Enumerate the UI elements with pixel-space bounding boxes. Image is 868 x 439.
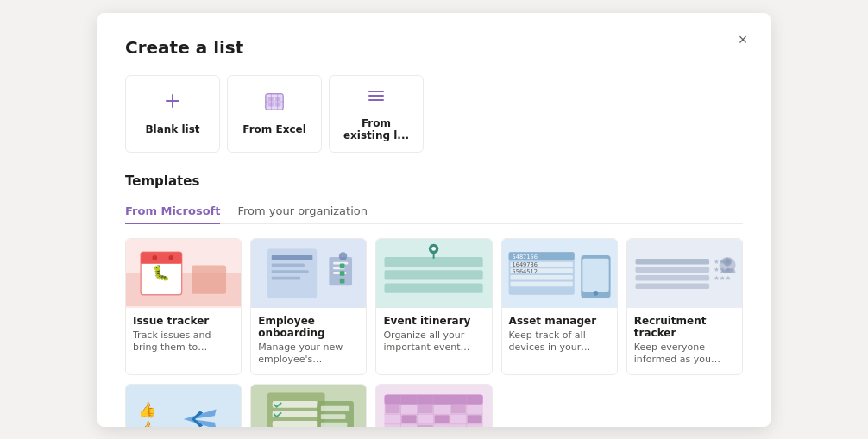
template-name-event-itinerary: Event itinerary <box>383 315 484 327</box>
template-desc-event-itinerary: Organize all your important event detail… <box>383 329 484 354</box>
svg-rect-88 <box>402 415 417 423</box>
lines-icon <box>366 85 387 110</box>
svg-rect-86 <box>418 405 433 414</box>
svg-rect-16 <box>192 265 226 293</box>
svg-rect-34 <box>385 283 483 292</box>
svg-text:5564512: 5564512 <box>512 268 538 275</box>
svg-rect-30 <box>340 278 345 283</box>
thumb-content-scheduler: ✱ <box>376 385 491 426</box>
svg-rect-71 <box>321 414 346 419</box>
svg-text:5487156: 5487156 <box>512 253 538 260</box>
svg-point-36 <box>432 247 437 251</box>
svg-text:👍: 👍 <box>138 420 157 426</box>
template-desc-employee-onboarding: Manage your new employee's onboarding pr… <box>258 342 359 367</box>
svg-rect-33 <box>385 270 483 279</box>
svg-point-59 <box>723 257 732 266</box>
svg-rect-85 <box>386 405 400 414</box>
svg-rect-28 <box>340 263 345 268</box>
template-grid-row2: 👍 👍 Travel requests Manage all your trav… <box>125 384 743 426</box>
template-grid-row1: 🐛 Issue tracker Track issues and bring t… <box>125 238 743 376</box>
template-card-travel-requests[interactable]: 👍 👍 Travel requests Manage all your trav… <box>125 384 242 426</box>
thumb-employee-onboarding <box>251 239 366 308</box>
svg-point-49 <box>593 290 598 295</box>
blank-list-option[interactable]: Blank list <box>125 75 220 153</box>
excel-icon <box>264 91 285 116</box>
thumb-asset-manager: 5487156 1649786 5564512 <box>502 239 617 308</box>
svg-rect-20 <box>272 263 305 267</box>
from-excel-label: From Excel <box>242 123 306 135</box>
svg-rect-89 <box>435 415 450 423</box>
svg-rect-72 <box>321 423 347 427</box>
svg-point-13 <box>152 255 157 260</box>
template-info-employee-onboarding: Employee onboarding Manage your new empl… <box>251 308 366 375</box>
svg-rect-22 <box>272 276 300 279</box>
from-existing-option[interactable]: From existing l... <box>329 75 424 153</box>
template-name-employee-onboarding: Employee onboarding <box>258 315 359 339</box>
svg-rect-53 <box>635 274 709 280</box>
thumb-issue-tracker: 🐛 <box>126 239 241 308</box>
svg-text:🐛: 🐛 <box>152 263 171 281</box>
thumb-event-itinerary <box>376 239 491 308</box>
blank-list-label: Blank list <box>145 123 199 135</box>
svg-rect-43 <box>510 281 572 286</box>
template-card-recruitment-tracker[interactable]: ★★★ ★★★ ★★★ Recruitment tracker Keep eve… <box>626 238 743 376</box>
close-button[interactable]: × <box>729 27 757 54</box>
svg-rect-27 <box>339 252 348 260</box>
template-card-employee-onboarding[interactable]: Employee onboarding Manage your new empl… <box>250 238 367 376</box>
svg-rect-21 <box>272 270 309 273</box>
thumb-recruitment-tracker: ★★★ ★★★ ★★★ <box>627 239 742 308</box>
svg-point-14 <box>168 255 173 260</box>
svg-rect-12 <box>141 258 182 263</box>
svg-rect-3 <box>268 103 274 107</box>
tab-from-org[interactable]: From your organization <box>237 199 368 224</box>
template-name-recruitment-tracker: Recruitment tracker <box>634 315 735 339</box>
thumb-travel-requests: 👍 👍 <box>126 385 241 426</box>
thumb-work-progress <box>251 385 366 426</box>
template-desc-recruitment-tracker: Keep everyone informed as you recruit, i… <box>634 342 735 367</box>
svg-rect-91 <box>418 425 433 427</box>
create-list-dialog: Create a list × Blank list <box>97 13 771 427</box>
template-info-issue-tracker: Issue tracker Track issues and bring the… <box>126 308 241 363</box>
svg-rect-42 <box>510 274 572 279</box>
svg-rect-90 <box>468 415 482 423</box>
svg-rect-52 <box>635 267 709 273</box>
template-info-recruitment-tracker: Recruitment tracker Keep everyone inform… <box>627 308 742 375</box>
svg-rect-87 <box>451 405 466 414</box>
template-name-asset-manager: Asset manager <box>509 315 610 327</box>
create-options-row: Blank list From Excel <box>125 75 743 153</box>
svg-rect-54 <box>635 283 709 289</box>
templates-title: Templates <box>125 173 743 189</box>
template-card-content-scheduler[interactable]: ✱ Content scheduler Plan, schedule, and … <box>375 384 492 426</box>
template-card-work-progress[interactable]: Work progress tracker Track priorities a… <box>250 384 367 426</box>
plus-icon <box>162 91 183 116</box>
svg-text:👍: 👍 <box>138 401 157 419</box>
template-tabs: From Microsoft From your organization <box>125 199 743 224</box>
svg-rect-19 <box>272 255 313 260</box>
svg-rect-1 <box>268 97 274 101</box>
template-card-event-itinerary[interactable]: Event itinerary Organize all your import… <box>375 238 492 376</box>
templates-section: Templates From Microsoft From your organ… <box>125 173 743 427</box>
svg-rect-70 <box>321 406 349 411</box>
template-desc-asset-manager: Keep track of all devices in your organi… <box>509 329 610 354</box>
svg-rect-2 <box>275 97 280 101</box>
svg-rect-29 <box>340 271 345 276</box>
template-card-issue-tracker[interactable]: 🐛 Issue tracker Track issues and bring t… <box>125 238 242 376</box>
dialog-title: Create a list <box>125 37 743 58</box>
template-info-event-itinerary: Event itinerary Organize all your import… <box>376 308 491 363</box>
template-name-issue-tracker: Issue tracker <box>133 315 234 327</box>
template-desc-issue-tracker: Track issues and bring them to closure i… <box>133 329 234 354</box>
from-existing-label: From existing l... <box>340 117 412 142</box>
from-excel-option[interactable]: From Excel <box>227 75 322 153</box>
template-info-asset-manager: Asset manager Keep track of all devices … <box>502 308 617 363</box>
svg-rect-4 <box>275 103 280 107</box>
tab-from-microsoft[interactable]: From Microsoft <box>125 199 220 224</box>
svg-text:★★★: ★★★ <box>714 273 732 281</box>
template-card-asset-manager[interactable]: 5487156 1649786 5564512 Asset manager Ke… <box>501 238 618 376</box>
svg-rect-67 <box>273 421 318 427</box>
svg-rect-51 <box>635 258 709 264</box>
svg-rect-48 <box>582 258 608 291</box>
